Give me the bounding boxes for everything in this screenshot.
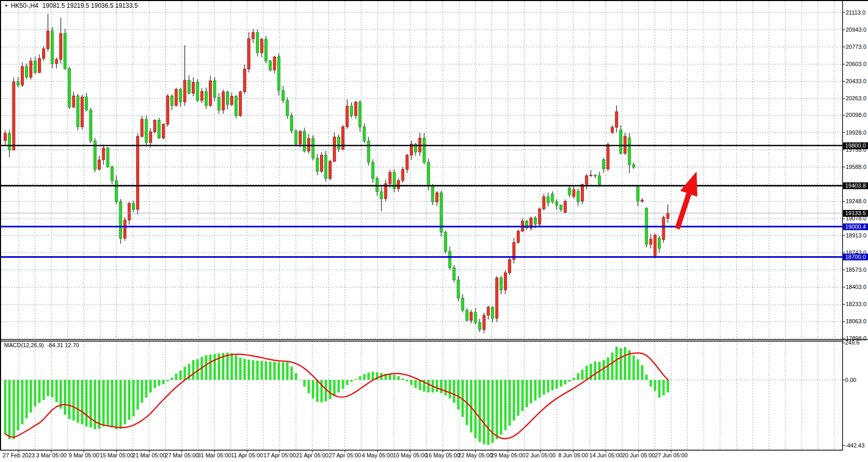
price-badge-19800.0: 19800.0 <box>843 142 868 149</box>
indicator-name: MACD(12,26,9) <box>4 342 44 348</box>
price-badge-19403.8: 19403.8 <box>843 182 868 189</box>
price-axis-label: 19248.0 <box>846 198 866 205</box>
price-axis-label: 19928.0 <box>846 129 866 136</box>
price-axis-label: 18233.0 <box>846 301 866 308</box>
price-axis-label: 20943.0 <box>846 27 866 33</box>
price-badge-19133.5: 19133.5 <box>843 210 868 217</box>
price-axis-label: 21113.0 <box>846 9 865 16</box>
price-axis-label: 20603.0 <box>846 61 866 68</box>
symbol-dropdown-icon[interactable]: ▼ <box>4 4 8 8</box>
candles-group <box>4 14 670 334</box>
grid-lines <box>1 1 843 450</box>
price-axis-label: 20433.0 <box>846 78 866 85</box>
price-axis-label: 18913.0 <box>846 232 866 239</box>
price-axis-label: 20773.0 <box>846 44 866 50</box>
macd-axis-label: 249.6 <box>845 339 860 346</box>
time-axis-label: 27 Jun 05:00 <box>646 452 696 458</box>
price-axis-label: 18063.0 <box>846 318 866 325</box>
price-axis-label: 20263.0 <box>846 95 866 102</box>
indicator-label: MACD(12,26,9)-84.31 12.70 <box>4 342 79 348</box>
price-axis-label: 19588.0 <box>846 164 866 170</box>
price-badge-19000.4: 19000.4 <box>843 223 868 230</box>
ohlc-values: 19081.5 19219.5 19036.5 19133.5 <box>43 2 138 9</box>
price-axis-label: 18573.0 <box>846 267 866 273</box>
chart-title: ▼HK50-,H419081.5 19219.5 19036.5 19133.5 <box>4 2 138 9</box>
symbol-period-label: HK50-,H4 <box>11 2 38 9</box>
indicator-values: -84.31 12.70 <box>47 342 79 348</box>
price-axis-label: 18403.0 <box>846 284 866 291</box>
macd-axis-label: -442.43 <box>845 442 864 449</box>
price-badge-18700.0: 18700.0 <box>843 254 868 260</box>
trading-chart-window: ▼HK50-,H419081.5 19219.5 19036.5 19133.5… <box>0 0 868 462</box>
chart-canvas[interactable] <box>0 0 868 462</box>
price-axis-label: 20098.0 <box>846 112 866 118</box>
macd-axis-label: 0.00 <box>845 377 856 384</box>
